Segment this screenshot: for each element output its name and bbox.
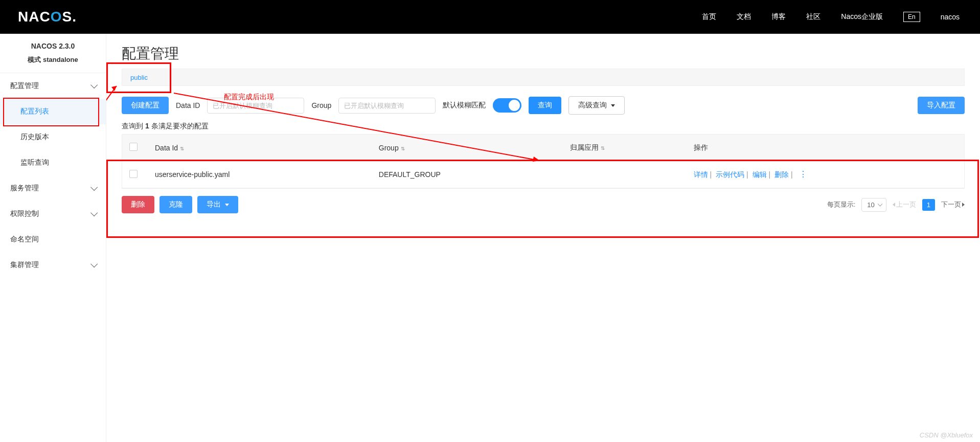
query-button[interactable]: 查询 — [529, 97, 561, 114]
svg-marker-1 — [111, 86, 117, 91]
col-ops: 操作 — [687, 135, 965, 161]
create-config-button[interactable]: 创建配置 — [122, 97, 169, 114]
import-button[interactable]: 导入配置 — [918, 97, 965, 114]
more-icon[interactable]: ⋮ — [799, 170, 807, 179]
nav-docs[interactable]: 文档 — [737, 12, 751, 21]
sidebar-version: NACOS 2.3.0 — [0, 34, 106, 55]
dataid-label: Data ID — [176, 101, 200, 109]
sort-icon: ⇅ — [601, 145, 605, 151]
menu-history[interactable]: 历史版本 — [0, 124, 106, 150]
menu-label: 命名空间 — [10, 235, 39, 244]
namespace-tabs: public — [122, 69, 965, 86]
nav-home[interactable]: 首页 — [702, 12, 716, 21]
dataid-input[interactable] — [207, 98, 304, 114]
fuzzy-switch[interactable] — [493, 98, 521, 113]
annotation-arrow — [106, 80, 122, 126]
caret-down-icon — [225, 204, 229, 206]
query-result: 查询到 1 条满足要求的配置 — [122, 122, 965, 131]
menu-label: 集群管理 — [10, 260, 39, 270]
header: NACOS. 首页 文档 博客 社区 Nacos企业版 En nacos — [0, 0, 980, 34]
sort-icon: ⇅ — [180, 146, 184, 151]
col-dataid[interactable]: Data Id⇅ — [148, 135, 372, 161]
nav-community[interactable]: 社区 — [806, 12, 821, 21]
cell-ops: 详情| 示例代码| 编辑| 删除| ⋮ — [687, 161, 965, 188]
lang-switch[interactable]: En — [903, 12, 920, 22]
select-all-checkbox[interactable] — [129, 143, 138, 151]
sort-icon: ⇅ — [401, 146, 405, 151]
menu-label: 监听查询 — [20, 158, 49, 167]
menu-label: 配置管理 — [10, 81, 39, 91]
menu-cluster[interactable]: 集群管理 — [0, 252, 106, 278]
toolbar: 创建配置 Data ID Group 默认模糊匹配 查询 高级查询 导入配置 — [122, 96, 965, 115]
table-footer: 删除 克隆 导出 每页显示: 10 上一页 1 下一页 — [122, 196, 965, 213]
menu-service-mgmt[interactable]: 服务管理 — [0, 175, 106, 201]
chevron-down-icon — [90, 209, 98, 216]
advanced-query-button[interactable]: 高级查询 — [568, 96, 625, 115]
page-size-select[interactable]: 10 — [861, 198, 886, 212]
prev-page[interactable]: 上一页 — [893, 200, 916, 209]
per-page-label: 每页显示: — [827, 200, 856, 209]
sidebar: NACOS 2.3.0 模式 standalone 配置管理 配置列表 历史版本… — [0, 34, 106, 442]
page-title: 配置管理 — [122, 44, 965, 63]
menu-config-list[interactable]: 配置列表 — [0, 99, 106, 124]
op-sample[interactable]: 示例代码 — [716, 170, 744, 179]
export-button[interactable]: 导出 — [197, 196, 238, 213]
caret-down-icon — [611, 104, 615, 107]
op-delete[interactable]: 删除 — [774, 170, 789, 179]
header-nav: 首页 文档 博客 社区 Nacos企业版 En nacos — [702, 12, 970, 22]
nav-enterprise[interactable]: Nacos企业版 — [841, 12, 883, 21]
table-row: userservice-public.yaml DEFAULT_GROUP 详情… — [122, 161, 964, 188]
menu-label: 权限控制 — [10, 209, 39, 218]
watermark: CSDN @Xbluefox — [920, 431, 973, 439]
chevron-down-icon — [90, 184, 98, 191]
menu-auth[interactable]: 权限控制 — [0, 201, 106, 227]
chevron-down-icon — [90, 81, 98, 89]
page-1[interactable]: 1 — [922, 199, 935, 211]
batch-delete-button[interactable]: 删除 — [122, 196, 154, 213]
row-checkbox[interactable] — [129, 170, 138, 178]
op-edit[interactable]: 编辑 — [753, 170, 767, 179]
main: 配置管理 public 创建配置 Data ID Group 默认模糊匹配 查询… — [106, 34, 980, 442]
menu-label: 历史版本 — [20, 132, 49, 142]
menu-config-mgmt[interactable]: 配置管理 — [0, 73, 106, 99]
menu-namespace[interactable]: 命名空间 — [0, 227, 106, 252]
group-input[interactable] — [338, 98, 436, 114]
cell-dataid: userservice-public.yaml — [148, 161, 372, 188]
op-detail[interactable]: 详情 — [694, 170, 708, 179]
cell-app — [563, 161, 686, 188]
tab-public[interactable]: public — [130, 74, 148, 81]
config-table: Data Id⇅ Group⇅ 归属应用⇅ 操作 userservice-pub… — [122, 135, 964, 188]
col-group[interactable]: Group⇅ — [372, 135, 563, 161]
svg-line-0 — [106, 86, 117, 121]
chevron-down-icon — [90, 260, 98, 268]
menu-label: 服务管理 — [10, 184, 39, 193]
cell-group: DEFAULT_GROUP — [372, 161, 563, 188]
fuzzy-label: 默认模糊匹配 — [443, 101, 486, 110]
clone-button[interactable]: 克隆 — [159, 196, 192, 213]
nav-blog[interactable]: 博客 — [771, 12, 786, 21]
col-app[interactable]: 归属应用⇅ — [563, 135, 686, 161]
menu-label: 配置列表 — [20, 107, 49, 116]
menu-listen[interactable]: 监听查询 — [0, 150, 106, 175]
user-menu[interactable]: nacos — [941, 13, 960, 21]
sidebar-mode: 模式 standalone — [0, 55, 106, 73]
group-label: Group — [311, 101, 331, 109]
next-page[interactable]: 下一页 — [941, 200, 965, 209]
logo: NACOS. — [18, 9, 77, 25]
